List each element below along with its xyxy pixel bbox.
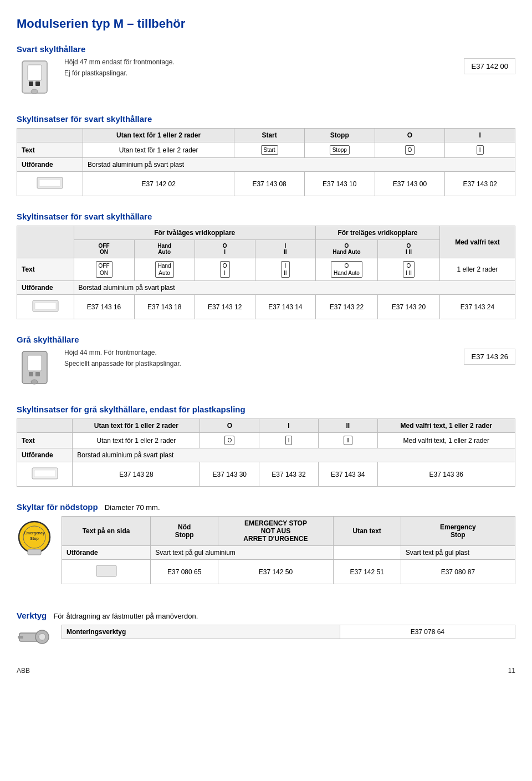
svart-hållare-intro: Höjd 47 mm endast för frontmontage. Ej f… xyxy=(17,58,515,99)
code-5: E37 143 02 xyxy=(445,172,515,196)
nd-img-cell xyxy=(62,560,151,584)
gra-text-label: Text xyxy=(17,433,73,448)
i-cell: I xyxy=(445,142,515,158)
utforande-label-cell1: Utförande xyxy=(17,158,83,172)
code-s4: E37 143 14 xyxy=(255,295,315,319)
nd-stopp: Stopp xyxy=(175,531,194,539)
col-start-header: Start xyxy=(234,129,305,142)
code-s3: E37 143 12 xyxy=(195,295,255,319)
sw-o-i-cell: OI xyxy=(195,258,255,281)
text-value-cell: Utan text för 1 eller 2 rader xyxy=(83,142,234,158)
svart-hållare-image xyxy=(17,58,55,99)
verktyg-icon xyxy=(17,625,53,650)
switch-o-hand-auto: OHand Auto xyxy=(332,243,360,255)
col-text-header xyxy=(17,129,83,142)
gra-hållare-image xyxy=(17,349,55,389)
svg-rect-25 xyxy=(18,636,23,639)
nd-code2: E37 142 50 xyxy=(218,560,333,584)
svg-rect-15 xyxy=(34,470,55,477)
section-nodstopp: Skyltar för nödstopp Diameter 70 mm. Eme… xyxy=(17,502,515,595)
gra-valfri-cell: Med valfri text, 1 eller 2 rader xyxy=(377,433,515,448)
sw-o-hand-auto-cell: OHand Auto xyxy=(315,258,377,281)
nd-img-icon xyxy=(95,563,117,579)
svg-rect-12 xyxy=(35,372,40,376)
col-gra-i: I xyxy=(259,419,319,433)
nodstopp-title-text: Skyltar för nödstopp xyxy=(17,502,98,512)
gra-hållare-desc2: Speciellt anpassade för plastkapslingar. xyxy=(64,360,464,367)
col-gra-valfri: Med valfri text, 1 eller 2 rader xyxy=(377,419,515,433)
svg-rect-6 xyxy=(39,180,60,186)
sub-hand-auto: HandAuto xyxy=(134,240,195,258)
gra-utforande-label: Utförande xyxy=(17,448,73,462)
sw-valfri-cell: 1 eller 2 rader xyxy=(440,258,515,281)
i-switch: I xyxy=(477,145,484,155)
col-valfri: Med valfri text xyxy=(440,226,515,258)
code-s1: E37 143 16 xyxy=(74,295,134,319)
section-gra-hållare: Grå skylthållare Höjd 44 mm. För frontmo… xyxy=(17,335,515,389)
gra-hållare-intro: Höjd 44 mm. För frontmontage. Speciellt … xyxy=(17,349,515,389)
gra-code-5: E37 143 36 xyxy=(377,462,515,487)
nd-code4: E37 080 87 xyxy=(401,560,515,584)
footer-brand: ABB xyxy=(17,667,30,675)
label-hand-auto: HandAuto xyxy=(155,261,174,278)
sub-off-on: OFFON xyxy=(74,240,134,258)
svart-insatser1-table: Utan text för 1 eller 2 rader Start Stop… xyxy=(17,128,515,196)
svg-point-13 xyxy=(31,380,38,384)
stopp-switch: Stopp xyxy=(330,145,350,155)
img-cell-2 xyxy=(17,295,74,319)
svg-rect-10 xyxy=(28,355,42,371)
utforande-label-cell2: Utförande xyxy=(17,281,74,295)
svart-hållare-icon xyxy=(17,58,53,97)
col-empty xyxy=(17,226,74,258)
svart-hållare-desc: Höjd 47 mm endast för frontmontage. Ej f… xyxy=(64,58,464,80)
switch-i-ii: III xyxy=(284,243,287,255)
nd-col3: EMERGENCY STOP NOT AUS ARRET D'URGENCE xyxy=(218,517,333,546)
col-gra-o: O xyxy=(200,419,259,433)
gra-hållare-desc1: Höjd 44 mm. För frontmontage. xyxy=(64,349,464,356)
col-o-header: O xyxy=(375,129,445,142)
nd-utforande-val2: Svart text på gul plast xyxy=(401,546,515,560)
insert-icon-1 xyxy=(36,175,64,191)
switch-hand-auto: HandAuto xyxy=(157,243,171,255)
gra-hållare-code: E37 143 26 xyxy=(464,349,515,365)
svg-rect-20 xyxy=(28,549,41,555)
utforande-value-cell1: Borstad aluminium på svart plast xyxy=(83,158,515,172)
nodstopp-icon: Emergency Stop xyxy=(17,516,53,558)
svg-point-4 xyxy=(31,89,38,94)
nodstopp-diameter: Diameter 70 mm. xyxy=(105,503,160,512)
sw-o-i-ii-cell: OI II xyxy=(377,258,439,281)
switch-off-on: OFFON xyxy=(99,243,110,255)
svart-hållare-desc1: Höjd 47 mm endast för frontmontage. xyxy=(64,58,464,66)
gra-ii-cell: II xyxy=(318,433,377,448)
nodstopp-table: Text på en sida Nöd Stopp EMERGENCY STOP… xyxy=(62,516,515,584)
svg-rect-3 xyxy=(35,81,40,86)
sub-o-i: OI xyxy=(195,240,255,258)
switch-o-i-ii: OI II xyxy=(406,243,412,255)
label-i-ii: III xyxy=(281,261,290,278)
nd-nod: Nöd xyxy=(178,523,191,531)
section-verktyg: Verktyg För åtdragning av fästmutter på … xyxy=(17,611,515,651)
verktyg-code: E37 078 64 xyxy=(340,625,515,639)
svg-rect-21 xyxy=(96,565,116,576)
nd-col4: Utan text xyxy=(333,517,401,546)
gra-hållare-icon xyxy=(17,349,53,387)
sub-o-hand-auto: OHand Auto xyxy=(315,240,377,258)
gra-utforande-value: Borstad aluminium på svart plast xyxy=(73,448,515,462)
nd-code3: E37 142 51 xyxy=(333,560,401,584)
label-o-hand-auto: OHand Auto xyxy=(331,261,362,278)
code-1: E37 142 02 xyxy=(83,172,234,196)
gra-text-value: Utan text för 1 eller 2 rader xyxy=(73,433,200,448)
sw-hand-auto-cell: HandAuto xyxy=(134,258,195,281)
nd-emergency: Emergency xyxy=(440,523,476,531)
gra-i-cell: I xyxy=(259,433,319,448)
col-gra-text-val: Utan text för 1 eller 2 rader xyxy=(73,419,200,433)
gra-code-4: E37 143 34 xyxy=(318,462,377,487)
footer: ABB 11 xyxy=(17,667,515,675)
nd-utforande-val1: Svart text på gul aluminium xyxy=(151,546,334,560)
gra-insatser-title: Skyltinsatser för grå skylthållare, enda… xyxy=(17,405,515,414)
o-cell: O xyxy=(375,142,445,158)
nd-emstop1: EMERGENCY STOP xyxy=(244,519,307,527)
nodstopp-title: Skyltar för nödstopp Diameter 70 mm. xyxy=(17,502,515,512)
gra-code-1: E37 143 28 xyxy=(73,462,200,487)
o-switch: O xyxy=(405,145,415,155)
